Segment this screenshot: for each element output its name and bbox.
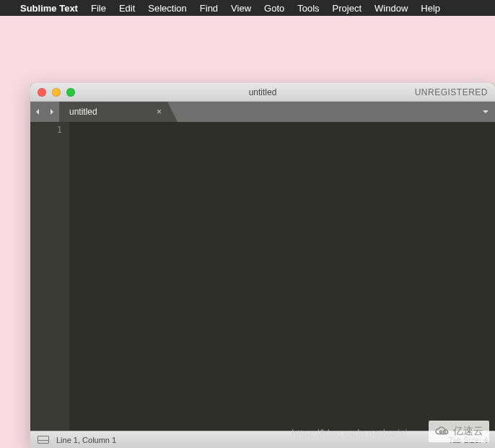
status-bar: Line 1, Column 1 Tab Size: 4 [30, 431, 495, 448]
code-area[interactable] [69, 122, 495, 431]
close-window-button[interactable] [38, 88, 46, 97]
tab-close-icon[interactable]: × [157, 107, 162, 116]
registration-status: UNREGISTERED [415, 87, 495, 97]
menubar-appname[interactable]: Sublime Text [20, 3, 78, 14]
traffic-lights [30, 88, 75, 97]
editor-area[interactable]: 1 [30, 122, 495, 431]
menubar-item-goto[interactable]: Goto [264, 3, 284, 14]
menubar-item-tools[interactable]: Tools [297, 3, 319, 14]
tab-untitled[interactable]: untitled × [59, 102, 167, 122]
gutter-line-number: 1 [30, 125, 62, 135]
menubar-item-help[interactable]: Help [421, 3, 440, 14]
panel-toggle-icon[interactable] [38, 436, 49, 444]
nav-back-button[interactable] [30, 102, 45, 122]
window-title: untitled [249, 87, 277, 97]
window-titlebar[interactable]: untitled UNREGISTERED [30, 83, 495, 102]
menubar-item-edit[interactable]: Edit [119, 3, 135, 14]
menubar-item-file[interactable]: File [91, 3, 106, 14]
line-gutter: 1 [30, 122, 69, 431]
menubar-item-selection[interactable]: Selection [148, 3, 186, 14]
zoom-window-button[interactable] [66, 88, 75, 97]
editor-window: untitled UNREGISTERED untitled × 1 Line … [30, 83, 495, 448]
tab-dropdown-button[interactable] [476, 102, 495, 122]
macos-menubar: Sublime Text File Edit Selection Find Vi… [0, 0, 495, 16]
tab-size-indicator[interactable]: Tab Size: 4 [449, 436, 488, 444]
tab-label: untitled [69, 107, 97, 117]
menubar-item-view[interactable]: View [231, 3, 251, 14]
menubar-item-window[interactable]: Window [374, 3, 408, 14]
nav-forward-button[interactable] [45, 102, 59, 122]
menubar-item-find[interactable]: Find [200, 3, 218, 14]
tab-bar: untitled × [30, 102, 495, 122]
menubar-item-project[interactable]: Project [333, 3, 362, 14]
cursor-position[interactable]: Line 1, Column 1 [56, 436, 116, 444]
minimize-window-button[interactable] [52, 88, 61, 97]
